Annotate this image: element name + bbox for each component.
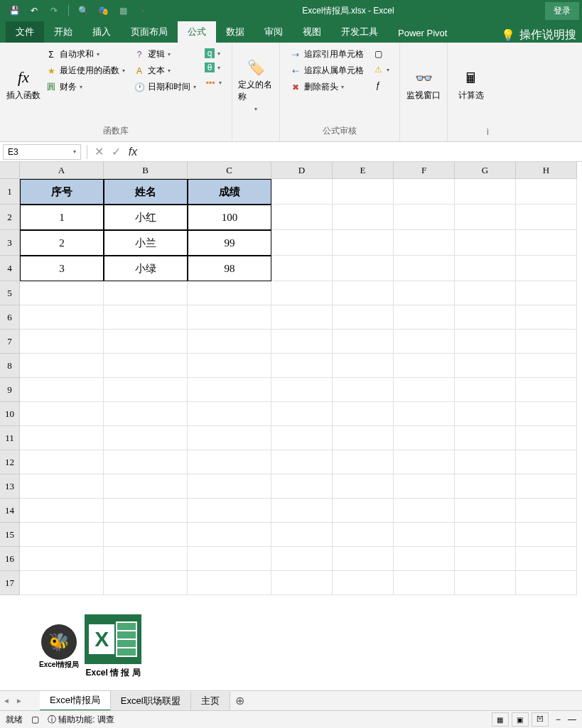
cell-E12[interactable] [333,450,394,474]
col-header-H[interactable]: H [516,162,577,179]
show-formulas-button[interactable]: ▢ [370,47,392,61]
sheet-tab-2[interactable]: Excel职场联盟 [111,692,191,710]
row-header-6[interactable]: 6 [0,305,20,330]
sheet-tab-3[interactable]: 主页 [191,692,230,710]
cell-A14[interactable] [20,499,104,523]
cell-D5[interactable] [271,281,333,305]
cell-H10[interactable] [516,402,577,426]
cell-F11[interactable] [394,426,455,450]
watch-window-button[interactable]: 👓 监视窗口 [406,45,441,126]
trace-precedents-button[interactable]: ⇢追踪引用单元格 [287,47,367,62]
cell-C17[interactable] [188,571,271,595]
row-header-13[interactable]: 13 [0,474,20,499]
row-header-16[interactable]: 16 [0,547,20,571]
cell-C5[interactable] [188,281,271,305]
cell-D8[interactable] [271,354,333,378]
tab-review[interactable]: 审阅 [254,21,293,43]
tell-me[interactable]: 操作说明搜 [519,28,576,43]
calc-options-button[interactable]: 🖩 计算选 [453,45,489,126]
cell-D11[interactable] [271,426,333,450]
cell-D7[interactable] [271,330,333,354]
cell-B1[interactable]: 姓名 [104,179,188,205]
cell-D15[interactable] [271,523,333,547]
cell-A13[interactable] [20,474,104,499]
evaluate-button[interactable]: ƒ [370,78,392,92]
cell-D12[interactable] [271,450,333,474]
undo-icon[interactable]: ↶ [26,2,43,19]
cell-B16[interactable] [104,547,188,571]
cell-E4[interactable] [333,256,394,281]
cell-G2[interactable] [455,205,516,230]
accessibility-status[interactable]: ⓘ 辅助功能: 调查 [48,714,114,726]
more-functions-button[interactable]: ▪▪▪▾ [202,75,225,89]
cell-A16[interactable] [20,547,104,571]
cell-H8[interactable] [516,354,577,378]
cell-C4[interactable]: 98 [188,256,271,281]
preview-icon[interactable]: 🔍 [75,2,92,19]
cell-A6[interactable] [20,305,104,330]
row-header-4[interactable]: 4 [0,256,20,281]
tab-insert[interactable]: 插入 [82,21,121,43]
row-header-15[interactable]: 15 [0,523,20,547]
add-sheet-button[interactable]: ⊕ [230,692,250,710]
cell-G11[interactable] [455,426,516,450]
cell-H6[interactable] [516,305,577,330]
cell-C11[interactable] [188,426,271,450]
cell-E10[interactable] [333,402,394,426]
cell-C1[interactable]: 成绩 [188,179,271,205]
normal-view-button[interactable]: ▦ [492,712,509,727]
cell-A10[interactable] [20,402,104,426]
cell-B4[interactable]: 小绿 [104,256,188,281]
cell-E17[interactable] [333,571,394,595]
insert-function-button[interactable]: fx 插入函数 [6,45,41,124]
cell-B10[interactable] [104,402,188,426]
trace-dependents-button[interactable]: ⇠追踪从属单元格 [287,63,367,78]
touch-icon[interactable]: ▦ [114,2,131,19]
cell-C3[interactable]: 99 [188,230,271,256]
cell-F2[interactable] [394,205,455,230]
autosum-button[interactable]: Σ自动求和▾ [43,47,128,62]
sheet-nav-first-icon[interactable]: ◄ [0,692,13,710]
cell-H7[interactable] [516,330,577,354]
cell-H2[interactable] [516,205,577,230]
cell-D17[interactable] [271,571,333,595]
cell-H14[interactable] [516,499,577,523]
cell-E8[interactable] [333,354,394,378]
row-header-7[interactable]: 7 [0,330,20,354]
row-header-1[interactable]: 1 [0,179,20,205]
cell-C14[interactable] [188,499,271,523]
cell-A7[interactable] [20,330,104,354]
cell-F13[interactable] [394,474,455,499]
sheet-tab-active[interactable]: Excel情报局 [40,691,111,711]
cell-G3[interactable] [455,230,516,256]
cell-F10[interactable] [394,402,455,426]
select-all-corner[interactable] [0,162,20,179]
tab-layout[interactable]: 页面布局 [121,21,178,43]
page-layout-view-button[interactable]: ▣ [512,712,529,727]
cell-F14[interactable] [394,499,455,523]
cell-H11[interactable] [516,426,577,450]
page-break-view-button[interactable]: 凹 [532,712,549,727]
cell-G6[interactable] [455,305,516,330]
cell-E16[interactable] [333,547,394,571]
row-header-10[interactable]: 10 [0,402,20,426]
cell-D9[interactable] [271,378,333,402]
cell-B6[interactable] [104,305,188,330]
cell-B11[interactable] [104,426,188,450]
cell-G8[interactable] [455,354,516,378]
redo-icon[interactable]: ↷ [45,2,63,19]
cell-H13[interactable] [516,474,577,499]
cell-F17[interactable] [394,571,455,595]
text-button[interactable]: A文本▾ [131,63,199,78]
error-check-button[interactable]: ⚠▾ [370,63,392,77]
cell-grid[interactable]: 序号姓名成绩1小红1002小兰993小绿98 [20,179,577,595]
enter-icon[interactable]: ✓ [107,143,124,161]
recent-functions-button[interactable]: ★最近使用的函数▾ [43,63,128,78]
name-box[interactable]: E3 ▾ [3,144,81,160]
logic-button[interactable]: ?逻辑▾ [131,47,199,62]
row-header-12[interactable]: 12 [0,450,20,474]
cell-G13[interactable] [455,474,516,499]
cell-H9[interactable] [516,378,577,402]
cell-F9[interactable] [394,378,455,402]
col-header-G[interactable]: G [455,162,516,179]
